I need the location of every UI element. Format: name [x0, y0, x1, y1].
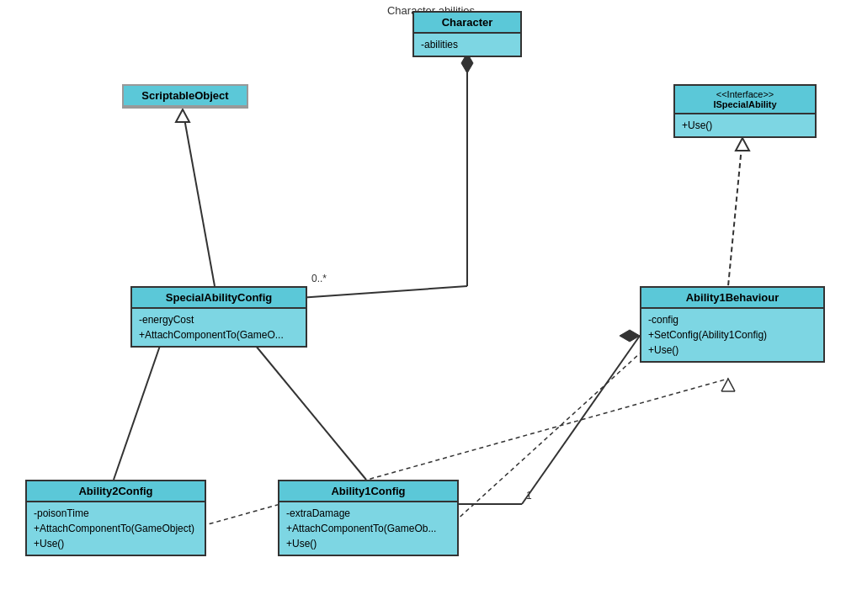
svg-line-13: [522, 336, 640, 504]
svg-marker-5: [176, 109, 189, 122]
ability2config-line3: +Use(): [34, 536, 198, 551]
ability2config-class-header: Ability2Config: [27, 481, 205, 502]
ability1behaviour-class: Ability1Behaviour -config +SetConfig(Abi…: [640, 286, 825, 363]
svg-marker-7: [736, 138, 749, 151]
svg-line-6: [728, 138, 742, 286]
svg-text:0..*: 0..*: [311, 273, 327, 284]
specialabilityconfig-class-header: SpecialAbilityConfig: [132, 288, 306, 309]
svg-text:1: 1: [526, 490, 532, 502]
specialabilityconfig-line1: -energyCost: [139, 312, 299, 327]
ability2config-line1: -poisonTime: [34, 506, 198, 521]
ability1behaviour-line3: +Use(): [648, 343, 817, 358]
ability1config-line1: -extraDamage: [286, 506, 450, 521]
specialabilityconfig-line2: +AttachComponentTo(GameO...: [139, 327, 299, 343]
character-class-header: Character: [414, 13, 520, 34]
specialabilityconfig-class-body: -energyCost +AttachComponentTo(GameO...: [132, 309, 306, 346]
ability1behaviour-class-body: -config +SetConfig(Ability1Config) +Use(…: [641, 309, 823, 361]
ability2config-class-body: -poisonTime +AttachComponentTo(GameObjec…: [27, 502, 205, 555]
ability1config-class-body: -extraDamage +AttachComponentTo(GameOb..…: [279, 502, 457, 555]
specialabilityconfig-class: SpecialAbilityConfig -energyCost +Attach…: [130, 286, 307, 348]
ispecialability-class-header: <<Interface>> ISpecialAbility: [675, 86, 815, 114]
svg-line-1: [299, 286, 467, 298]
ispecialability-class-body: +Use(): [675, 114, 815, 136]
ability1config-class: Ability1Config -extraDamage +AttachCompo…: [278, 480, 459, 556]
scriptableobject-class: ScriptableObject: [122, 84, 248, 109]
ability2config-class: Ability2Config -poisonTime +AttachCompon…: [25, 480, 206, 556]
svg-line-4: [183, 109, 215, 286]
svg-marker-18: [721, 379, 735, 391]
ability1config-line2: +AttachComponentTo(GameOb...: [286, 521, 450, 536]
ability2config-line2: +AttachComponentTo(GameObject): [34, 521, 198, 536]
ability1config-class-header: Ability1Config: [279, 481, 457, 502]
svg-line-16: [455, 353, 640, 522]
diagram-container: Character abilities 0..*: [0, 0, 862, 616]
ability1behaviour-line2: +SetConfig(Ability1Config): [648, 327, 817, 343]
ispecialability-class: <<Interface>> ISpecialAbility +Use(): [673, 84, 817, 138]
svg-marker-14: [620, 330, 640, 342]
character-class-body: -abilities: [414, 34, 520, 56]
ability1config-line3: +Use(): [286, 536, 450, 551]
scriptableobject-class-header: ScriptableObject: [124, 86, 247, 107]
ispecialability-stereotype: <<Interface>>: [682, 89, 808, 99]
ability1behaviour-class-header: Ability1Behaviour: [641, 288, 823, 309]
character-class: Character -abilities: [412, 11, 522, 57]
ispecialability-name: ISpecialAbility: [682, 99, 808, 109]
ability1behaviour-line1: -config: [648, 312, 817, 327]
